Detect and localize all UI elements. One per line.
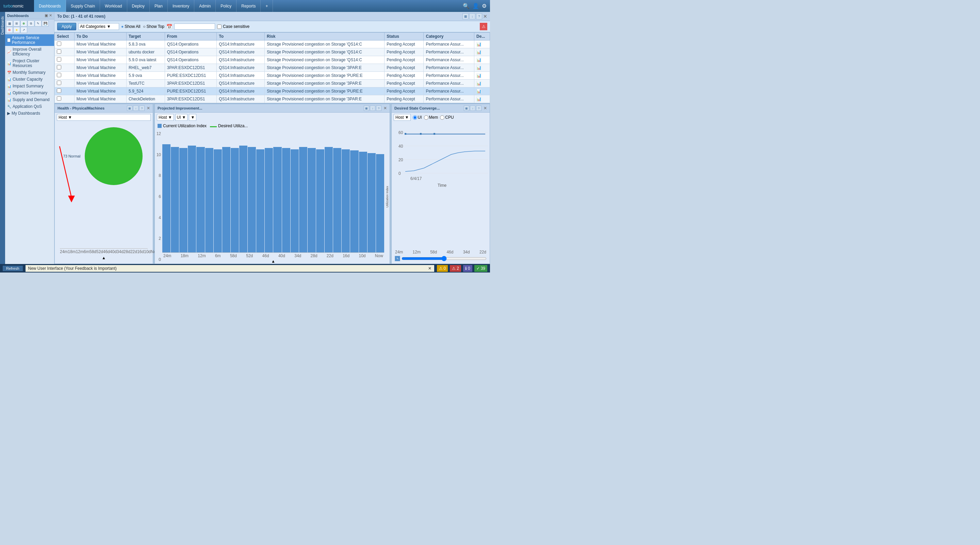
desired-btn-download[interactable]: ↓ — [470, 105, 476, 111]
sidebar-item-improve[interactable]: 📈 Improve Overall Efficiency — [5, 46, 54, 57]
sidebar-item-impact[interactable]: 📊 Impact Summary — [5, 83, 54, 89]
calendar-icon[interactable]: 📅 — [166, 24, 172, 29]
desired-host-dropdown[interactable]: Host ▼ — [394, 114, 411, 121]
todo-icon-info[interactable]: ? — [476, 13, 482, 19]
sidebar-item-cluster[interactable]: 📊 Cluster Capacity — [5, 76, 54, 83]
sidebar-item-monthly[interactable]: 📅 Monthly Summary — [5, 69, 54, 76]
nav-item-plan[interactable]: Plan — [150, 0, 168, 12]
tb-star[interactable]: ★ — [13, 27, 20, 33]
table-row[interactable]: Move Virtual Machine 5.9_524 PURE:ESXDC1… — [55, 87, 490, 95]
proj-host-dropdown[interactable]: Host ▼ — [157, 114, 174, 121]
cell-checkbox[interactable] — [55, 40, 75, 48]
case-sensitive-check[interactable]: Case sensitive — [217, 24, 250, 29]
close-dashboards-icon[interactable]: ✕ — [49, 13, 52, 18]
nav-item-dashboards[interactable]: Dashboards — [34, 0, 66, 12]
table-row[interactable]: Move Virtual Machine 5.9.0 ova latest QS… — [55, 56, 490, 64]
row-checkbox[interactable] — [57, 81, 61, 85]
category-dropdown[interactable]: All Categories ▼ — [78, 23, 119, 30]
tb-grid[interactable]: ⊞ — [13, 21, 20, 27]
nav-item-workload[interactable]: Workload — [100, 0, 127, 12]
settings-icon[interactable]: ⚙ — [482, 3, 487, 9]
tb-view[interactable]: ▦ — [6, 21, 13, 27]
row-checkbox[interactable] — [57, 57, 61, 62]
nav-item-plus[interactable]: + — [261, 0, 273, 12]
desired-scrubber[interactable] — [401, 256, 487, 261]
apply-button[interactable]: Apply — [57, 23, 76, 30]
cell-checkbox[interactable] — [55, 79, 75, 87]
desired-btn-grid[interactable]: ▦ — [464, 105, 469, 111]
radio-show-top[interactable]: ○ Show Top — [143, 24, 164, 29]
nav-item-deploy[interactable]: Deploy — [127, 0, 150, 12]
tb-edit[interactable]: ✎ — [35, 21, 41, 27]
proj-extra-dropdown[interactable]: ▼ — [189, 114, 196, 121]
tb-save[interactable]: 💾 — [42, 21, 49, 27]
nav-item-inventory[interactable]: Inventory — [168, 0, 194, 12]
sidebar-item-assure[interactable]: ✓ Assure Service Performance — [5, 34, 54, 46]
row-checkbox[interactable] — [57, 49, 61, 54]
desired-radio-mem-input[interactable] — [424, 115, 428, 120]
search-icon[interactable]: 🔍 — [463, 3, 469, 9]
minimize-icon[interactable]: ▣ — [45, 13, 48, 18]
row-checkbox[interactable] — [57, 65, 61, 69]
nav-item-admin[interactable]: Admin — [194, 0, 216, 12]
cell-detail[interactable]: 📊 — [474, 72, 490, 79]
tb-share[interactable]: ↗ — [21, 27, 27, 33]
cell-detail[interactable]: 📊 — [474, 56, 490, 64]
cell-detail[interactable]: 📊 — [474, 64, 490, 72]
cell-detail[interactable]: 📊 — [474, 87, 490, 95]
proj-btn-info[interactable]: ? — [376, 105, 382, 111]
tb-delete[interactable]: ⊖ — [6, 27, 13, 33]
desired-radio-mem[interactable]: Mem — [424, 115, 438, 120]
todo-close-button[interactable]: ✕ — [483, 14, 487, 19]
cell-checkbox[interactable] — [55, 48, 75, 56]
table-row[interactable]: Move Virtual Machine 5.9 ova PURE:ESXDC1… — [55, 72, 490, 79]
cell-checkbox[interactable] — [55, 72, 75, 79]
cell-checkbox[interactable] — [55, 87, 75, 95]
health-close[interactable]: ✕ — [147, 106, 150, 111]
tb-add[interactable]: ⊕ — [21, 21, 27, 27]
table-row[interactable]: Move Virtual Machine 5.8.3 ova QS14:Oper… — [55, 40, 490, 48]
radio-show-all[interactable]: ● Show All — [121, 24, 140, 29]
tb-copy[interactable]: ⧉ — [27, 21, 34, 27]
table-row[interactable]: Move Virtual Machine ubuntu docker QS14:… — [55, 48, 490, 56]
proj-btn-grid[interactable]: ▦ — [364, 105, 369, 111]
todo-table-scroll[interactable]: Select To Do Target From To Risk Status … — [54, 32, 490, 103]
health-btn-download[interactable]: ↓ — [133, 105, 138, 111]
desired-btn-info[interactable]: ? — [476, 105, 482, 111]
case-checkbox[interactable] — [217, 24, 221, 29]
proj-close[interactable]: ✕ — [383, 106, 387, 111]
proj-ui-dropdown[interactable]: UI ▼ — [175, 114, 188, 121]
table-row[interactable]: Move Virtual Machine RHEL_web7 3PAR:ESXD… — [55, 64, 490, 72]
sidebar-item-supply[interactable]: 📊 Supply and Demand — [5, 96, 54, 103]
alert-icon[interactable]: ⚠ — [480, 23, 487, 30]
health-btn-grid[interactable]: ▦ — [127, 105, 132, 111]
row-checkbox[interactable] — [57, 89, 61, 93]
nav-item-policy[interactable]: Policy — [216, 0, 237, 12]
row-checkbox[interactable] — [57, 41, 61, 46]
desired-radio-cpu-input[interactable] — [440, 115, 444, 120]
desired-edit-btn[interactable]: ✎ — [395, 256, 400, 261]
health-scroll-indicator[interactable]: ▲ — [58, 256, 150, 260]
cell-checkbox[interactable] — [55, 56, 75, 64]
desired-close[interactable]: ✕ — [484, 106, 487, 111]
sidebar-item-project[interactable]: 📊 Project Cluster Resources — [5, 57, 54, 69]
cell-detail[interactable]: 📊 — [474, 40, 490, 48]
cell-detail[interactable]: 📊 — [474, 79, 490, 87]
proj-scroll[interactable]: ▲ — [162, 259, 385, 264]
health-btn-info[interactable]: ? — [139, 105, 145, 111]
item-checkbox-assure[interactable]: ✓ — [7, 38, 11, 42]
cell-detail[interactable]: 📊 — [474, 95, 490, 103]
proj-btn-download[interactable]: ↓ — [370, 105, 375, 111]
my-dashboards-section[interactable]: ▶ My Dashboards — [5, 110, 54, 117]
nav-item-reports[interactable]: Reports — [237, 0, 261, 12]
health-host-dropdown[interactable]: Host ▼ — [57, 114, 151, 121]
refresh-button[interactable]: Refresh — [3, 266, 23, 271]
row-checkbox[interactable] — [57, 73, 61, 77]
notification-close[interactable]: ✕ — [428, 266, 431, 271]
user-icon[interactable]: 👤 — [472, 3, 479, 9]
todo-icon-download[interactable]: ↓ — [469, 13, 476, 19]
cell-detail[interactable]: 📊 — [474, 48, 490, 56]
todo-icon-grid[interactable]: ▦ — [463, 13, 469, 19]
search-input[interactable] — [174, 24, 215, 30]
table-row[interactable]: Move Virtual Machine TestUTC 3PAR:ESXDC1… — [55, 79, 490, 87]
